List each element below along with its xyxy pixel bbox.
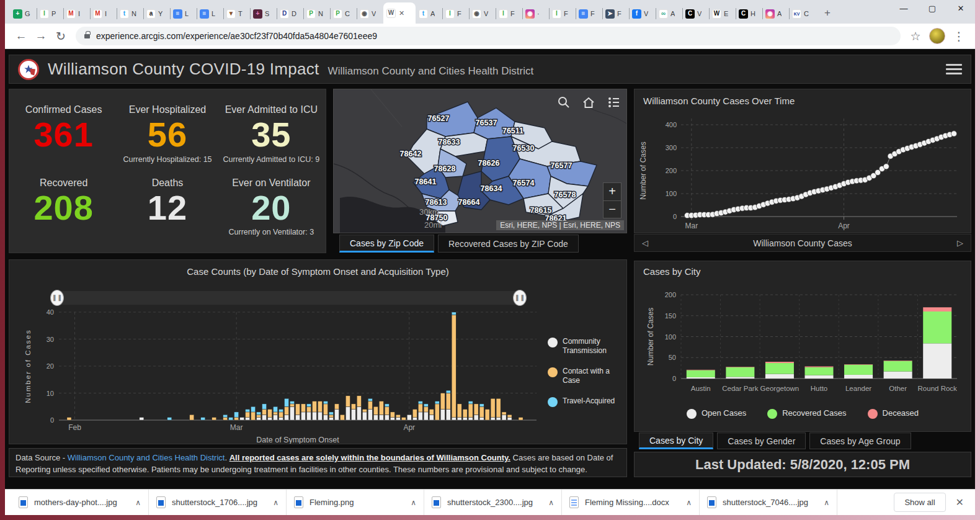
- browser-tab[interactable]: ≡L: [170, 4, 197, 24]
- slider-handle-right[interactable]: ❚❚: [513, 290, 527, 306]
- browser-tab[interactable]: fV: [629, 4, 656, 24]
- slider-handle-left[interactable]: ❚❚: [50, 290, 64, 306]
- carousel-next-icon[interactable]: ▷: [950, 238, 971, 248]
- tab-favicon: P: [306, 9, 316, 19]
- scale-mi: 20mi: [424, 220, 442, 230]
- download-caret-icon[interactable]: ∧: [548, 498, 554, 507]
- browser-tab[interactable]: DD: [277, 4, 303, 24]
- zip-code-map[interactable]: 7652776537765117863376530786427862878626…: [333, 89, 627, 233]
- tab-favicon: ≡: [200, 9, 209, 19]
- legend-item-travel-acquired[interactable]: Travel-Acquired: [548, 397, 625, 407]
- browser-tab[interactable]: ◉V: [469, 4, 496, 24]
- browser-tab[interactable]: IF: [496, 4, 522, 24]
- browser-tab[interactable]: tN: [117, 4, 143, 24]
- city-chart-title: Cases by City: [643, 266, 701, 277]
- legend-item-community-transmission[interactable]: Community Transmission: [548, 337, 625, 356]
- tab-cases-by-city[interactable]: Cases by City: [639, 433, 713, 449]
- profile-avatar[interactable]: [929, 28, 945, 44]
- map-home-icon[interactable]: [582, 96, 595, 109]
- legend-item-open-cases[interactable]: Open Cases: [687, 408, 746, 419]
- map-search-icon[interactable]: [557, 96, 571, 109]
- download-item[interactable]: shutterstock_7046....jpg ∧: [700, 490, 837, 515]
- browser-tab[interactable]: ◉A: [762, 4, 789, 24]
- tab-cases-by-age-group[interactable]: Cases by Age Group: [809, 433, 911, 449]
- legend-item-deceased[interactable]: Deceased: [868, 408, 919, 419]
- case-counts-panel: Case Counts (by Date of Symptom Onset an…: [9, 259, 627, 444]
- zoom-out-button[interactable]: −: [604, 200, 621, 218]
- browser-tab[interactable]: PC: [330, 4, 357, 24]
- tab-cases-by-zip-code[interactable]: Cases by Zip Code: [339, 235, 434, 253]
- downloads-close-icon[interactable]: ✕: [956, 496, 964, 508]
- download-item[interactable]: Fleming.png ∧: [287, 490, 424, 515]
- show-all-button[interactable]: Show all: [894, 493, 945, 512]
- date-range-slider[interactable]: ❚❚ ❚❚: [53, 291, 524, 305]
- browser-tab[interactable]: MI: [63, 4, 90, 24]
- download-item[interactable]: shutterstock_1706....jpg ∧: [149, 490, 287, 515]
- tab-close-icon[interactable]: ✕: [399, 9, 404, 17]
- tab-recovered-cases-by-zip-code[interactable]: Recovered Cases by ZIP Code: [438, 235, 579, 253]
- minimize-button[interactable]: —: [889, 0, 918, 19]
- download-caret-icon[interactable]: ∧: [686, 498, 692, 507]
- download-item[interactable]: Fleming Missing....docx ∧: [562, 490, 700, 515]
- menu-kebab-icon[interactable]: ⋮: [949, 26, 969, 46]
- browser-tab[interactable]: tA: [416, 4, 442, 24]
- browser-tab[interactable]: ▼T: [223, 4, 250, 24]
- browser-tab[interactable]: CH: [736, 4, 762, 24]
- zip-label-78628: 78628: [434, 164, 456, 173]
- stat-sub-label: Currently on Ventilator: 3: [220, 228, 323, 236]
- reload-button[interactable]: ↻: [51, 26, 71, 46]
- carousel-prev-icon[interactable]: ◁: [635, 238, 656, 248]
- legend-item-contact-with-a-case[interactable]: Contact with a Case: [548, 367, 625, 385]
- address-bar[interactable]: experience.arcgis.com/experience/ae30cf2…: [76, 27, 901, 45]
- browser-tab[interactable]: IF: [549, 4, 576, 24]
- data-source-link[interactable]: Williamson County and Cities Health Dist…: [68, 453, 225, 462]
- tab-cases-by-gender[interactable]: Cases by Gender: [717, 433, 806, 449]
- browser-tab[interactable]: aY: [143, 4, 170, 24]
- browser-tab-active[interactable]: W✕: [383, 2, 416, 24]
- map-canvas[interactable]: 7652776537765117863376530786427862878626…: [334, 89, 626, 233]
- stat-label: Ever on Ventilator: [220, 177, 323, 189]
- tab-favicon: ◉: [472, 9, 481, 19]
- cases-by-city-panel: Cases by City 050100150200AustinCedar Pa…: [634, 261, 971, 432]
- close-window-button[interactable]: ✕: [947, 0, 975, 19]
- chart-carousel-bar: ◁ Williamson County Cases ▷: [634, 234, 971, 252]
- browser-tab[interactable]: WE: [709, 4, 736, 24]
- tab-favicon: W: [386, 9, 396, 18]
- tab-title: C: [345, 10, 350, 17]
- tab-title: N: [318, 10, 323, 17]
- legend-label: Travel-Acquired: [563, 397, 615, 406]
- hamburger-menu-icon[interactable]: [946, 61, 962, 77]
- download-caret-icon[interactable]: ∧: [411, 498, 416, 507]
- city-legend: Open Cases Recovered Cases Deceased: [635, 408, 971, 430]
- new-tab-button[interactable]: +: [819, 5, 835, 21]
- browser-tab[interactable]: ◉V: [357, 4, 383, 24]
- browser-tab[interactable]: +S: [250, 4, 277, 24]
- map-legend-icon[interactable]: [607, 96, 620, 109]
- browser-tab[interactable]: ≡F: [576, 4, 602, 24]
- browser-tab[interactable]: ≡L: [197, 4, 223, 24]
- secure-lock-icon[interactable]: [84, 34, 90, 38]
- download-item[interactable]: shutterstock_2300....jpg ∧: [424, 490, 562, 515]
- back-button[interactable]: ←: [11, 26, 31, 46]
- browser-tab[interactable]: IF: [442, 4, 469, 24]
- browser-tab[interactable]: MI: [90, 4, 117, 24]
- browser-tab[interactable]: ∞A: [656, 4, 682, 24]
- zoom-in-button[interactable]: +: [604, 183, 621, 200]
- download-caret-icon[interactable]: ∧: [824, 498, 829, 507]
- legend-swatch: [687, 409, 697, 419]
- zip-label-76578: 76578: [555, 191, 576, 199]
- download-caret-icon[interactable]: ∧: [273, 498, 278, 507]
- bookmark-star-icon[interactable]: ☆: [906, 26, 925, 46]
- forward-button[interactable]: →: [31, 26, 51, 46]
- browser-tab[interactable]: +G: [10, 4, 37, 24]
- download-caret-icon[interactable]: ∧: [135, 498, 141, 507]
- maximize-button[interactable]: ▢: [918, 0, 947, 19]
- browser-tab[interactable]: KVC: [789, 4, 816, 24]
- browser-tab[interactable]: CV: [682, 4, 709, 24]
- browser-tab[interactable]: ➤F: [602, 4, 629, 24]
- browser-tab[interactable]: IP: [37, 4, 63, 24]
- download-item[interactable]: mothers-day-phot....jpg ∧: [11, 490, 149, 515]
- legend-item-recovered-cases[interactable]: Recovered Cases: [767, 408, 846, 419]
- browser-tab[interactable]: ◉·: [522, 4, 549, 24]
- browser-tab[interactable]: PN: [303, 4, 330, 24]
